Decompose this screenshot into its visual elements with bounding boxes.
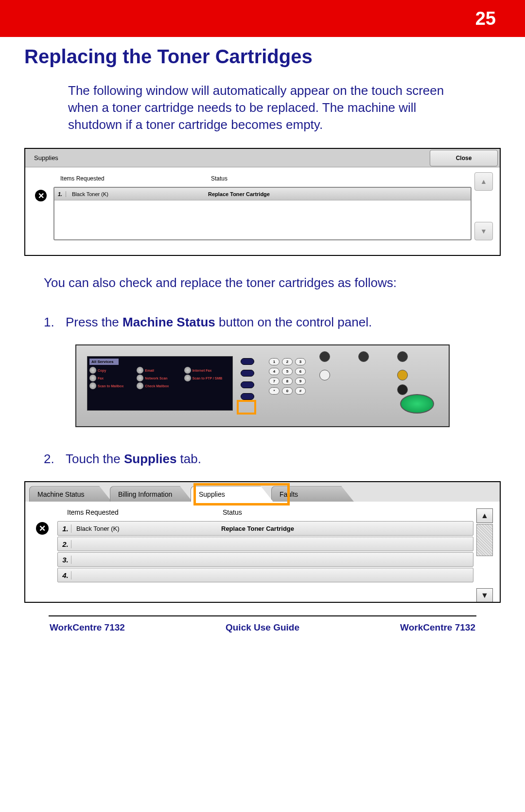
supplies-popup-screenshot: Supplies Close Items Requested Status ✕ …: [24, 148, 501, 256]
step2-bold: Supplies: [124, 451, 176, 466]
service-item: Fax: [89, 375, 136, 381]
step1-bold: Machine Status: [122, 315, 215, 329]
touch-screen: All Services Copy Email Internet Fax Fax…: [87, 356, 233, 411]
service-icon: [137, 375, 143, 381]
key: 6: [295, 368, 306, 375]
key: 4: [269, 368, 280, 375]
error-icon: ✕: [35, 190, 47, 201]
footer-right: WorkCentre 7132: [400, 622, 475, 633]
service-item: Scan to Mailbox: [89, 382, 136, 389]
led-button: [241, 381, 254, 388]
list-item[interactable]: 1. Black Toner (K) Replace Toner Cartrid…: [57, 521, 473, 536]
service-icon: [89, 367, 96, 374]
round-button: [358, 351, 369, 362]
step1-text-c: button on the control panel.: [215, 315, 372, 329]
list-item[interactable]: 1. Black Toner (K) Replace Toner Cartrid…: [54, 188, 471, 200]
step-2: 2. Touch the Supplies tab.: [0, 451, 525, 481]
service-icon: [89, 375, 96, 381]
service-item: Email: [137, 367, 183, 374]
footer-center: Quick Use Guide: [226, 622, 299, 633]
round-button: [397, 370, 408, 380]
service-item: Network Scan: [137, 375, 183, 381]
key: 0: [282, 387, 293, 395]
row-number: 2.: [58, 540, 71, 548]
row-number: 1.: [54, 191, 66, 197]
service-item: Copy: [89, 367, 136, 374]
round-button: [397, 384, 408, 395]
close-button[interactable]: Close: [430, 150, 498, 166]
row-status: Replace Toner Cartridge: [221, 525, 294, 532]
round-button: [319, 351, 330, 362]
step1-text-a: Press the: [66, 315, 122, 329]
key: #: [295, 387, 306, 395]
round-button: [319, 370, 330, 380]
tab-billing-information[interactable]: Billing Information: [110, 486, 192, 502]
led-button: [241, 370, 254, 377]
row-number: 1.: [58, 524, 71, 533]
step-number: 2.: [44, 451, 66, 467]
machine-status-screenshot: Machine Status Billing Information Suppl…: [24, 481, 501, 603]
all-services-tab: All Services: [89, 359, 119, 365]
scroll-down-button[interactable]: ▼: [476, 588, 493, 603]
popup-title: Supplies: [25, 154, 430, 162]
row-item: Black Toner (K): [71, 525, 221, 532]
led-button: [241, 358, 254, 365]
mid-text: You can also check and replace the toner…: [0, 256, 525, 315]
page-number: 25: [475, 8, 496, 29]
supplies-list: ✕ 1. Black Toner (K) Replace Toner Cartr…: [53, 187, 472, 240]
step-number: 1.: [44, 315, 66, 330]
service-item: Scan to FTP / SMB: [184, 375, 230, 381]
key: 9: [295, 378, 306, 385]
key: 8: [282, 378, 293, 385]
col-items-header: Items Requested: [60, 175, 211, 182]
tab-machine-status[interactable]: Machine Status: [29, 486, 112, 502]
page-title: Replacing the Toner Cartridges: [0, 37, 525, 82]
row-number: 4.: [58, 571, 71, 579]
service-icon: [137, 382, 143, 389]
key: *: [269, 387, 280, 395]
service-icon: [184, 375, 191, 381]
step-1: 1. Press the Machine Status button on th…: [0, 315, 525, 344]
intro-text: The following window will automatically …: [0, 82, 525, 148]
col-status-header: Status: [211, 175, 228, 182]
error-icon: ✕: [36, 522, 49, 535]
list-item[interactable]: 3.: [57, 552, 473, 567]
control-panel-illustration: All Services Copy Email Internet Fax Fax…: [75, 344, 450, 427]
step2-text-c: tab.: [176, 451, 201, 466]
numeric-keypad: 1 2 3 4 5 6 7 8 9 * 0 #: [269, 358, 306, 395]
key: 7: [269, 378, 280, 385]
scroll-up-button[interactable]: ▲: [474, 172, 493, 191]
supplies-tab-highlight: [193, 483, 290, 505]
page-header-banner: 25: [0, 0, 525, 37]
col-items-header: Items Requested: [67, 508, 223, 516]
service-icon: [89, 382, 96, 389]
led-button: [241, 393, 254, 400]
step2-text-a: Touch the: [66, 451, 124, 466]
page-footer: WorkCentre 7132 Quick Use Guide WorkCent…: [49, 615, 476, 648]
key: 3: [295, 358, 306, 365]
machine-status-button-highlight: [237, 400, 256, 415]
key: 2: [282, 358, 293, 365]
key: 5: [282, 368, 293, 375]
row-item: Black Toner (K): [66, 191, 208, 197]
col-status-header: Status: [223, 508, 242, 516]
scroll-up-button[interactable]: ▲: [476, 508, 493, 523]
start-button: [400, 394, 434, 414]
key: 1: [269, 358, 280, 365]
row-status: Replace Toner Cartridge: [208, 191, 270, 197]
list-item[interactable]: 2.: [57, 537, 473, 551]
scroll-down-button[interactable]: ▼: [474, 222, 493, 240]
footer-left: WorkCentre 7132: [50, 622, 125, 633]
list-item[interactable]: 4.: [57, 568, 473, 582]
service-item: Internet Fax: [184, 367, 230, 374]
scrollbar-track[interactable]: [476, 524, 493, 556]
service-icon: [184, 367, 191, 374]
service-item: Check Mailbox: [137, 382, 183, 389]
service-icon: [137, 367, 143, 374]
row-number: 3.: [58, 556, 71, 564]
round-button: [397, 351, 408, 362]
